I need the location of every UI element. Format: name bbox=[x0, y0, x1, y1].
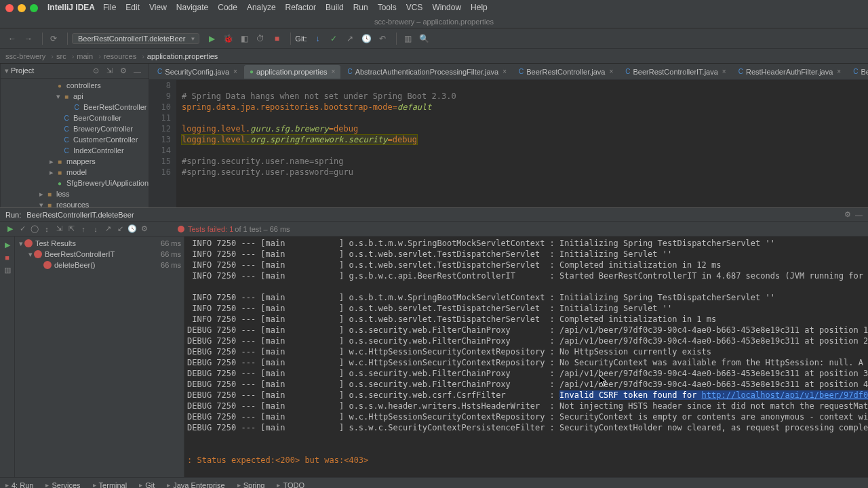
tree-item[interactable]: CBeerController bbox=[1, 113, 149, 123]
stop-gutter-icon[interactable]: ■ bbox=[0, 253, 14, 262]
bottom-tab[interactable]: ▸4: Run bbox=[5, 481, 33, 489]
test-tree-item[interactable]: ▾Test Results66 ms bbox=[15, 238, 184, 249]
tree-item[interactable]: CIndexController bbox=[1, 145, 149, 156]
project-header-title[interactable]: Project bbox=[5, 66, 34, 75]
next-icon[interactable]: ↓ bbox=[90, 225, 102, 233]
bottom-tab[interactable]: ▸Java Enterprise bbox=[167, 481, 224, 489]
tree-item[interactable]: ●controllers bbox=[1, 80, 149, 91]
stop-icon[interactable]: ■ bbox=[270, 32, 283, 45]
menu-file[interactable]: File bbox=[103, 3, 116, 12]
minimize-window-button[interactable] bbox=[18, 4, 26, 12]
menu-navigate[interactable]: Navigate bbox=[176, 3, 208, 12]
tree-item[interactable]: ▸■model bbox=[1, 167, 149, 178]
menu-refactor[interactable]: Refactor bbox=[285, 3, 316, 12]
expand-icon[interactable]: ⇲ bbox=[53, 224, 65, 233]
breadcrumb-item[interactable]: resources bbox=[104, 52, 136, 60]
rerun-icon[interactable]: ▶ bbox=[4, 224, 16, 233]
code-lines[interactable]: # Spring Data hangs when not set under S… bbox=[176, 80, 868, 207]
vcs-rollback-icon[interactable]: ↶ bbox=[376, 32, 389, 45]
editor-tab[interactable]: CBeerRestControllerIT.java× bbox=[620, 65, 731, 79]
run-gutter: ▶ ■ ▥ bbox=[0, 237, 15, 477]
vcs-update-icon[interactable]: ↓ bbox=[311, 32, 324, 45]
tree-item[interactable]: ▸■less bbox=[1, 188, 149, 199]
collapse-icon[interactable]: ⇱ bbox=[65, 224, 77, 233]
tree-item[interactable]: ▾■api bbox=[1, 91, 149, 102]
menu-help[interactable]: Help bbox=[471, 3, 488, 12]
toggle-tests-icon[interactable]: ✓ bbox=[16, 224, 28, 233]
gear-icon[interactable]: ⚙ bbox=[138, 224, 151, 233]
console-output[interactable]: INFO 7250 --- [main ] o.s.b.t.m.w.Spring… bbox=[184, 237, 868, 477]
import-icon[interactable]: ↙ bbox=[114, 224, 126, 233]
menu-build[interactable]: Build bbox=[326, 3, 344, 12]
fail-rest: of 1 test – 66 ms bbox=[235, 225, 290, 233]
menu-view[interactable]: View bbox=[149, 3, 167, 12]
tree-item[interactable]: CBreweryController bbox=[1, 123, 149, 134]
menu-edit[interactable]: Edit bbox=[125, 3, 140, 12]
menu-analyze[interactable]: Analyze bbox=[247, 3, 276, 12]
debug-icon[interactable]: 🐞 bbox=[221, 32, 235, 45]
maximize-window-button[interactable] bbox=[30, 4, 38, 12]
show-passed-icon[interactable]: ◯ bbox=[28, 224, 41, 233]
editor-tab[interactable]: CBeerControllerIT.java× bbox=[848, 65, 868, 79]
layout-icon[interactable]: ▥ bbox=[0, 266, 14, 274]
project-struct-icon[interactable]: ▥ bbox=[401, 32, 414, 45]
hide-icon[interactable]: — bbox=[134, 67, 144, 75]
editor: CSecurityConfig.java×●application.proper… bbox=[149, 64, 868, 207]
editor-tab[interactable]: ●application.properties× bbox=[244, 65, 340, 79]
expand-all-icon[interactable]: ⇲ bbox=[106, 66, 117, 75]
bottom-tab[interactable]: ▸Git bbox=[139, 481, 155, 489]
settings-icon[interactable]: ⚙ bbox=[120, 66, 131, 75]
nav-forward-icon[interactable]: → bbox=[22, 32, 35, 45]
editor-tab[interactable]: CSecurityConfig.java× bbox=[152, 65, 243, 79]
editor-tab[interactable]: CAbstractAuthenticationProcessingFilter.… bbox=[342, 65, 512, 79]
select-opened-icon[interactable]: ⊙ bbox=[93, 66, 104, 75]
prev-icon[interactable]: ↑ bbox=[77, 225, 90, 233]
menu-window[interactable]: Window bbox=[432, 3, 461, 12]
sync-icon[interactable]: ⟳ bbox=[47, 32, 60, 45]
vcs-push-icon[interactable]: ↗ bbox=[343, 32, 357, 45]
bottom-tab[interactable]: ▸Terminal bbox=[93, 481, 127, 489]
sort-icon[interactable]: ↕ bbox=[41, 225, 53, 233]
window-controls bbox=[5, 4, 38, 12]
bottom-tab[interactable]: ▸Services bbox=[45, 481, 80, 489]
bottom-tab[interactable]: ▸TODO bbox=[277, 481, 304, 489]
breadcrumb-item[interactable]: application.properties bbox=[147, 52, 218, 60]
vcs-history-icon[interactable]: 🕓 bbox=[359, 32, 373, 45]
breadcrumb-item[interactable]: ssc-brewery bbox=[5, 52, 45, 60]
test-tree-item[interactable]: ▾BeerRestControllerIT66 ms bbox=[15, 249, 184, 260]
tree-item[interactable]: ●SfgBreweryUiApplication bbox=[1, 178, 149, 188]
nav-back-icon[interactable]: ← bbox=[5, 32, 19, 45]
code-area[interactable]: 8910111213141516 # Spring Data hangs whe… bbox=[149, 80, 868, 207]
run-icon[interactable]: ▶ bbox=[205, 32, 218, 45]
menu-tools[interactable]: Tools bbox=[378, 3, 397, 12]
profile-icon[interactable]: ⏱ bbox=[254, 32, 267, 45]
bottom-tab[interactable]: ▸Spring bbox=[237, 481, 265, 489]
run-tool-window: Run: BeerRestControllerIT.deleteBeer ⚙ —… bbox=[0, 207, 868, 477]
run-config-dropdown[interactable]: BeerRestControllerIT.deleteBeer bbox=[72, 33, 199, 44]
menu-run[interactable]: Run bbox=[353, 3, 368, 12]
coverage-icon[interactable]: ◧ bbox=[237, 32, 251, 45]
editor-tab[interactable]: CRestHeaderAuthFilter.java× bbox=[733, 65, 846, 79]
fail-text: Tests failed: 1 bbox=[188, 225, 233, 233]
menu-code[interactable]: Code bbox=[218, 3, 237, 12]
editor-tab[interactable]: CBeerRestController.java× bbox=[513, 65, 618, 79]
export-icon[interactable]: ↗ bbox=[102, 224, 114, 233]
run-settings-icon[interactable]: ⚙ bbox=[844, 210, 851, 219]
rerun-gutter-icon[interactable]: ▶ bbox=[0, 241, 14, 249]
run-config-name: BeerRestControllerIT.deleteBeer bbox=[26, 211, 134, 219]
breadcrumb: ssc-brewery›src›main›resources›applicati… bbox=[0, 49, 868, 64]
test-tree[interactable]: ▾Test Results66 ms▾BeerRestControllerIT6… bbox=[15, 237, 184, 477]
breadcrumb-item[interactable]: main bbox=[77, 52, 93, 60]
test-tree-item[interactable]: deleteBeer()66 ms bbox=[15, 260, 184, 270]
history-icon[interactable]: 🕓 bbox=[126, 224, 138, 233]
run-toolbar: ▶ ✓ ◯ ↕ ⇲ ⇱ ↑ ↓ ↗ ↙ 🕓 ⚙ Tests failed: 1 … bbox=[0, 222, 868, 237]
tree-item[interactable]: ▸■mappers bbox=[1, 156, 149, 167]
vcs-commit-icon[interactable]: ✓ bbox=[327, 32, 340, 45]
tree-item[interactable]: CBeerRestController bbox=[1, 102, 149, 113]
search-icon[interactable]: 🔍 bbox=[417, 32, 431, 45]
menu-vcs[interactable]: VCS bbox=[406, 3, 423, 12]
tree-item[interactable]: CCustomerController bbox=[1, 134, 149, 145]
breadcrumb-item[interactable]: src bbox=[56, 52, 66, 60]
run-hide-icon[interactable]: — bbox=[855, 211, 863, 219]
close-window-button[interactable] bbox=[5, 4, 14, 12]
